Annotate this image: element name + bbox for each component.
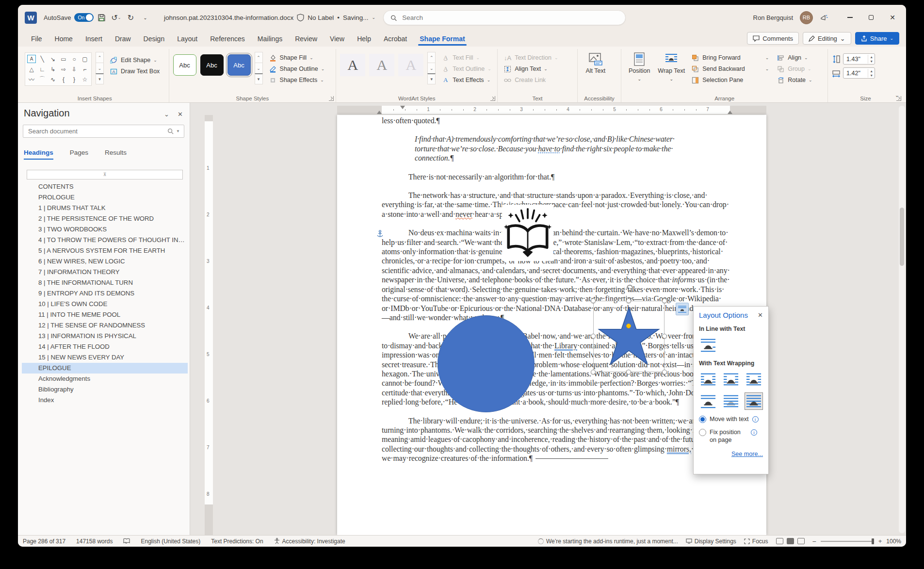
tab-design[interactable]: Design bbox=[137, 32, 171, 47]
horizontal-ruler[interactable]: 1234567 bbox=[337, 106, 766, 114]
shape-height-field[interactable]: 1.43" ▲▼ bbox=[843, 53, 875, 65]
shape-left-brace-icon[interactable]: { bbox=[58, 74, 69, 84]
open-book-clipart[interactable] bbox=[502, 205, 553, 261]
text-outline-button[interactable]: A̲ Text Outline⌄ bbox=[439, 64, 493, 74]
move-with-text-option[interactable]: Move with text i bbox=[699, 415, 763, 423]
shape-styles-dialog-launcher-icon[interactable] bbox=[329, 96, 334, 101]
web-layout-icon[interactable] bbox=[797, 538, 805, 544]
word-logo-icon[interactable]: W bbox=[25, 12, 37, 24]
right-indent-marker[interactable] bbox=[728, 111, 732, 114]
display-settings-button[interactable]: Display Settings bbox=[686, 538, 736, 545]
see-more-link[interactable]: See more... bbox=[699, 451, 763, 457]
align-objects-button[interactable]: Align⌄ bbox=[775, 53, 821, 63]
wordart-dialog-launcher-icon[interactable] bbox=[490, 96, 495, 101]
gallery-more-icon[interactable]: ▾ bbox=[96, 73, 104, 84]
info-icon[interactable]: i bbox=[751, 429, 757, 436]
shape-elbow-arrow-icon[interactable]: ↳ bbox=[48, 64, 58, 74]
heading-item[interactable]: 10 | LIFE'S OWN CODE bbox=[22, 299, 188, 309]
wrap-top-and-bottom-icon[interactable] bbox=[699, 392, 717, 410]
paragraph[interactable]: There·​is·​not·​necessarily·​an·​algorit… bbox=[382, 172, 730, 181]
tab-help[interactable]: Help bbox=[351, 32, 377, 47]
word-count[interactable]: 147158 words bbox=[76, 538, 113, 545]
undo-icon[interactable]: ↺⌄ bbox=[109, 11, 123, 24]
styles-more-icon[interactable]: ▾ bbox=[255, 73, 263, 84]
wordart-preset-3[interactable]: A bbox=[398, 54, 423, 76]
wrap-tight-icon[interactable] bbox=[722, 371, 740, 388]
zoom-slider-thumb[interactable] bbox=[872, 538, 874, 544]
coming-soon-megaphone-icon[interactable] bbox=[820, 13, 828, 22]
tab-shape-format[interactable]: Shape Format bbox=[413, 32, 471, 47]
wrap-through-icon[interactable] bbox=[745, 371, 763, 388]
paragraph[interactable]: The·​library·​will·​endure;·​it·​is·​the… bbox=[382, 416, 730, 463]
resize-handle-n[interactable] bbox=[626, 298, 631, 303]
nav-search-box[interactable]: ▼ bbox=[23, 125, 184, 138]
hanging-indent-marker[interactable] bbox=[377, 111, 382, 114]
create-link-button[interactable]: Create Link bbox=[502, 75, 560, 85]
language-indicator[interactable]: English (United States) bbox=[141, 538, 200, 545]
redo-icon[interactable]: ↻ bbox=[124, 11, 137, 24]
edit-shape-button[interactable]: Edit Shape⌄ bbox=[108, 55, 162, 65]
heading-item[interactable]: 9 | ENTROPY AND ITS DEMONS bbox=[22, 288, 188, 299]
tab-mailings[interactable]: Mailings bbox=[251, 32, 289, 47]
collapse-ribbon-icon[interactable]: ⌄ bbox=[895, 92, 899, 98]
wordart-more-icon[interactable]: ▾ bbox=[427, 73, 436, 84]
resize-handle-sw[interactable] bbox=[591, 370, 596, 374]
wrap-in-line-with-text-icon[interactable] bbox=[699, 336, 717, 354]
paragraph[interactable]: I·​find·​that·​A)·​tremendously·​comfort… bbox=[415, 134, 686, 163]
editing-mode-button[interactable]: Editing⌄ bbox=[803, 32, 851, 45]
fix-position-option[interactable]: Fix position on page i bbox=[699, 428, 763, 444]
user-avatar[interactable]: RB bbox=[800, 11, 813, 24]
rotate-handle-icon[interactable] bbox=[625, 283, 634, 292]
nav-close-icon[interactable]: ✕ bbox=[178, 111, 183, 118]
wordart-preset-2[interactable]: A bbox=[369, 54, 394, 76]
wordart-up-icon[interactable]: ⌃ bbox=[427, 52, 436, 63]
page-indicator[interactable]: Page 286 of 317 bbox=[23, 538, 65, 545]
width-spinner[interactable]: ▲▼ bbox=[868, 69, 875, 78]
shape-elbow-icon[interactable]: ∟ bbox=[37, 64, 48, 74]
shape-rounded-rectangle-icon[interactable]: ▢ bbox=[80, 54, 90, 64]
resize-handle-e[interactable] bbox=[662, 334, 667, 339]
user-name[interactable]: Ron Bergquist bbox=[753, 14, 793, 21]
shape-outline-button[interactable]: Shape Outline⌄ bbox=[267, 64, 327, 74]
zoom-slider[interactable] bbox=[821, 541, 874, 542]
position-button[interactable]: Position⌄ bbox=[625, 50, 653, 94]
heading-item[interactable]: 5 | A NERVOUS SYSTEM FOR THE EARTH bbox=[22, 245, 188, 256]
oval-shape[interactable] bbox=[438, 315, 535, 412]
vertical-scrollbar[interactable] bbox=[899, 106, 905, 533]
shape-width-field[interactable]: 1.42" ▲▼ bbox=[843, 67, 875, 79]
tab-home[interactable]: Home bbox=[49, 32, 79, 47]
shape-fill-button[interactable]: Shape Fill⌄ bbox=[267, 53, 327, 63]
proofing-errors-icon[interactable] bbox=[123, 538, 130, 544]
resize-handle-ne[interactable] bbox=[662, 298, 667, 303]
text-predictions[interactable]: Text Predictions: On bbox=[211, 538, 263, 545]
tab-view[interactable]: View bbox=[324, 32, 351, 47]
star-shape[interactable] bbox=[593, 301, 665, 372]
tab-draw[interactable]: Draw bbox=[109, 32, 137, 47]
nav-chevron-down-icon[interactable]: ⌄ bbox=[164, 111, 169, 118]
info-icon[interactable]: i bbox=[752, 416, 759, 423]
paragraph[interactable]: We·​are·​all·​patrons·​of·​the·​Library·… bbox=[382, 331, 730, 406]
sensitivity-label[interactable]: No Label bbox=[308, 14, 334, 21]
shape-style-preset-2[interactable]: Abc bbox=[200, 54, 224, 76]
resize-handle-nw[interactable] bbox=[591, 298, 596, 303]
heading-item[interactable]: 13 | INFORMATION IS PHYSICAL bbox=[22, 331, 188, 341]
heading-item[interactable]: 11 | INTO THE MEME POOL bbox=[22, 309, 188, 320]
styles-up-icon[interactable]: ⌃ bbox=[255, 52, 263, 63]
nav-search-icon[interactable] bbox=[167, 128, 174, 134]
text-column[interactable]: less·​often·​quoted.¶I·​find·​that·​A)·​… bbox=[382, 116, 730, 472]
search-box[interactable] bbox=[383, 10, 626, 25]
close-icon[interactable]: ✕ bbox=[883, 9, 902, 26]
autosave-control[interactable]: AutoSave On bbox=[44, 13, 94, 22]
adjust-handle[interactable] bbox=[626, 324, 631, 328]
resize-handle-se[interactable] bbox=[662, 370, 667, 374]
wrap-square-icon[interactable] bbox=[699, 371, 717, 388]
restore-icon[interactable] bbox=[861, 9, 881, 26]
save-icon[interactable] bbox=[95, 11, 108, 24]
autosave-toggle[interactable]: On bbox=[74, 13, 94, 22]
shape-triangle-icon[interactable]: △ bbox=[26, 64, 37, 74]
read-mode-icon[interactable] bbox=[776, 538, 783, 544]
align-text-button[interactable]: Align Text⌄ bbox=[502, 64, 560, 74]
shape-line-icon[interactable]: ╲ bbox=[37, 54, 48, 64]
document-title[interactable]: johnson.pat.202310304.the-information.do… bbox=[164, 14, 293, 21]
styles-down-icon[interactable]: ⌄ bbox=[255, 63, 263, 74]
